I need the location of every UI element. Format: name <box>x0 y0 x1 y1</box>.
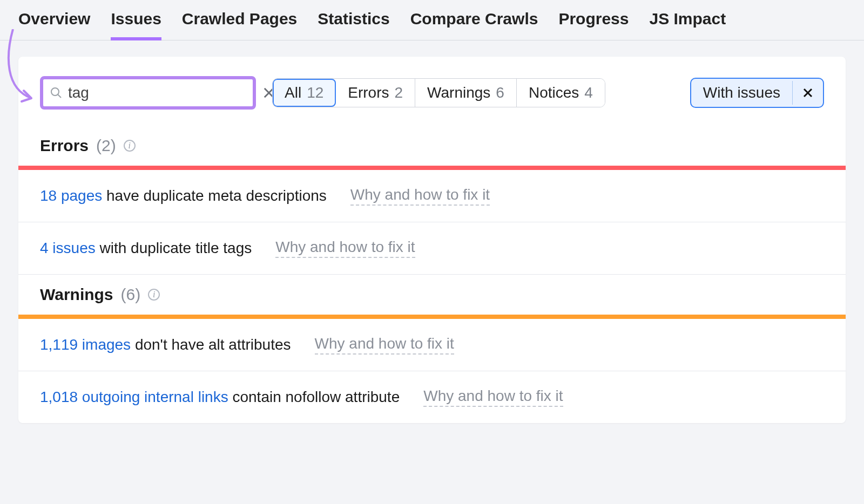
filter-all-label: All <box>285 84 301 101</box>
filter-all[interactable]: All 12 <box>273 79 336 107</box>
search-icon <box>50 86 63 99</box>
close-icon <box>801 86 814 99</box>
issue-row[interactable]: 1,018 outgoing internal links contain no… <box>18 371 846 423</box>
issue-text: 1,018 outgoing internal links contain no… <box>40 389 400 406</box>
fix-link[interactable]: Why and how to fix it <box>350 186 490 206</box>
fix-link[interactable]: Why and how to fix it <box>315 335 454 355</box>
issue-row[interactable]: 4 issues with duplicate title tags Why a… <box>18 222 846 275</box>
severity-filter: All 12 Errors 2 Warnings 6 Notices 4 <box>272 78 605 107</box>
tab-statistics[interactable]: Statistics <box>318 10 389 40</box>
issue-rest: have duplicate meta descriptions <box>102 187 327 204</box>
issue-link[interactable]: 18 pages <box>40 187 102 204</box>
filter-warnings-count: 6 <box>496 84 504 101</box>
fix-link[interactable]: Why and how to fix it <box>423 387 563 407</box>
section-errors-head: Errors (2) i <box>18 126 846 166</box>
svg-point-0 <box>51 88 59 96</box>
filter-notices-label: Notices <box>529 84 579 101</box>
tab-crawled-pages[interactable]: Crawled Pages <box>182 10 297 40</box>
filter-all-count: 12 <box>307 84 323 101</box>
issue-rest: don't have alt attributes <box>131 336 291 353</box>
issue-row[interactable]: 18 pages have duplicate meta description… <box>18 170 846 222</box>
issue-rest: with duplicate title tags <box>96 240 252 256</box>
search-box[interactable] <box>40 76 256 110</box>
tab-js-impact[interactable]: JS Impact <box>649 10 726 40</box>
chip-with-issues: With issues <box>690 78 824 108</box>
issue-rest: contain nofollow attribute <box>228 389 400 405</box>
issue-link[interactable]: 1,119 images <box>40 336 131 353</box>
filter-errors[interactable]: Errors 2 <box>336 79 415 107</box>
warnings-divider <box>18 315 846 319</box>
section-errors-count: (2) <box>96 137 116 155</box>
chip-remove[interactable] <box>792 81 823 105</box>
tab-compare-crawls[interactable]: Compare Crawls <box>410 10 538 40</box>
section-errors-title: Errors <box>40 137 89 155</box>
chip-label: With issues <box>691 79 792 107</box>
filter-notices[interactable]: Notices 4 <box>517 79 605 107</box>
active-filters: With issues <box>690 78 824 108</box>
info-icon[interactable]: i <box>148 289 160 301</box>
svg-line-1 <box>58 94 61 98</box>
filter-errors-label: Errors <box>348 84 389 101</box>
tab-overview[interactable]: Overview <box>18 10 90 40</box>
filter-warnings[interactable]: Warnings 6 <box>415 79 517 107</box>
filter-warnings-label: Warnings <box>427 84 490 101</box>
fix-link[interactable]: Why and how to fix it <box>275 239 415 258</box>
section-warnings-title: Warnings <box>40 285 113 304</box>
tab-progress[interactable]: Progress <box>558 10 629 40</box>
issue-link[interactable]: 4 issues <box>40 240 96 256</box>
section-warnings-count: (6) <box>121 285 141 304</box>
toolbar: All 12 Errors 2 Warnings 6 Notices 4 Wit… <box>18 76 846 126</box>
info-icon[interactable]: i <box>124 140 136 152</box>
issue-row[interactable]: 1,119 images don't have alt attributes W… <box>18 319 846 371</box>
filter-errors-count: 2 <box>395 84 403 101</box>
issue-text: 4 issues with duplicate title tags <box>40 240 252 257</box>
issues-panel: All 12 Errors 2 Warnings 6 Notices 4 Wit… <box>18 57 846 423</box>
top-tabs: Overview Issues Crawled Pages Statistics… <box>0 0 864 40</box>
tab-issues[interactable]: Issues <box>111 10 161 40</box>
errors-divider <box>18 166 846 170</box>
section-warnings-head: Warnings (6) i <box>18 275 846 315</box>
filter-notices-count: 4 <box>584 84 593 101</box>
search-input[interactable] <box>68 84 261 101</box>
issue-link[interactable]: 1,018 outgoing internal links <box>40 389 228 405</box>
issue-text: 18 pages have duplicate meta description… <box>40 187 327 205</box>
issue-text: 1,119 images don't have alt attributes <box>40 336 291 353</box>
